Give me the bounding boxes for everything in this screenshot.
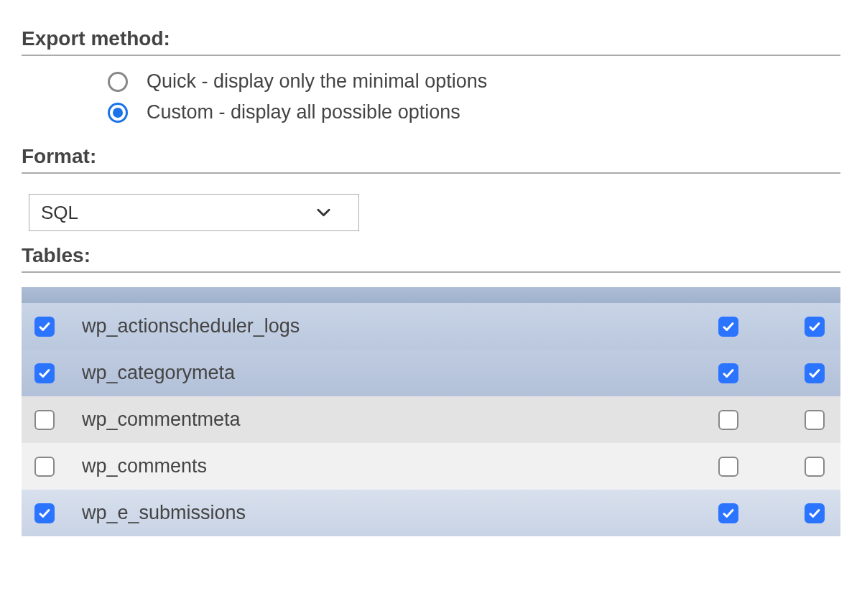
tables-list-header-strip xyxy=(22,287,840,303)
table-data-checkbox[interactable] xyxy=(805,503,825,523)
table-structure-checkbox[interactable] xyxy=(718,317,738,337)
tables-list: wp_actionscheduler_logswp_categorymetawp… xyxy=(22,287,840,536)
table-structure-checkbox[interactable] xyxy=(718,363,738,383)
radio-icon xyxy=(108,72,128,92)
format-select[interactable]: SQL xyxy=(29,194,359,231)
table-structure-checkbox[interactable] xyxy=(718,410,738,430)
table-row-extra-checkbox-group xyxy=(718,317,825,337)
table-structure-checkbox[interactable] xyxy=(718,503,738,523)
table-select-checkbox[interactable] xyxy=(34,317,55,337)
table-row: wp_commentmeta xyxy=(22,396,840,443)
export-method-heading: Export method: xyxy=(22,27,840,56)
table-select-checkbox[interactable] xyxy=(34,503,55,523)
table-row: wp_e_submissions xyxy=(22,490,840,536)
table-row-extra-checkbox-group xyxy=(718,457,825,477)
radio-icon xyxy=(108,103,128,123)
table-name-label: wp_commentmeta xyxy=(82,409,718,431)
table-name-label: wp_e_submissions xyxy=(82,502,718,524)
table-select-checkbox[interactable] xyxy=(34,363,55,383)
table-name-label: wp_actionscheduler_logs xyxy=(82,315,718,337)
table-data-checkbox[interactable] xyxy=(805,457,825,477)
format-heading: Format: xyxy=(22,145,840,174)
table-select-checkbox[interactable] xyxy=(34,410,55,430)
tables-heading: Tables: xyxy=(22,244,840,273)
table-row-extra-checkbox-group xyxy=(718,503,825,523)
table-structure-checkbox[interactable] xyxy=(718,457,738,477)
table-name-label: wp_categorymeta xyxy=(82,362,718,384)
table-row: wp_comments xyxy=(22,443,840,490)
export-method-option-quick[interactable]: Quick - display only the minimal options xyxy=(108,70,840,93)
export-method-option-custom[interactable]: Custom - display all possible options xyxy=(108,101,840,123)
table-row: wp_actionscheduler_logs xyxy=(22,303,840,350)
table-data-checkbox[interactable] xyxy=(805,410,825,430)
table-row-extra-checkbox-group xyxy=(718,410,825,430)
table-data-checkbox[interactable] xyxy=(805,317,825,337)
radio-label: Quick - display only the minimal options xyxy=(147,70,487,93)
chevron-down-icon xyxy=(315,205,331,220)
table-row-extra-checkbox-group xyxy=(718,363,825,383)
radio-label: Custom - display all possible options xyxy=(147,101,460,123)
table-name-label: wp_comments xyxy=(82,455,718,477)
format-select-value: SQL xyxy=(41,202,78,224)
export-method-radio-group: Quick - display only the minimal options… xyxy=(22,70,840,123)
table-data-checkbox[interactable] xyxy=(805,363,825,383)
table-row: wp_categorymeta xyxy=(22,350,840,396)
table-select-checkbox[interactable] xyxy=(34,457,55,477)
